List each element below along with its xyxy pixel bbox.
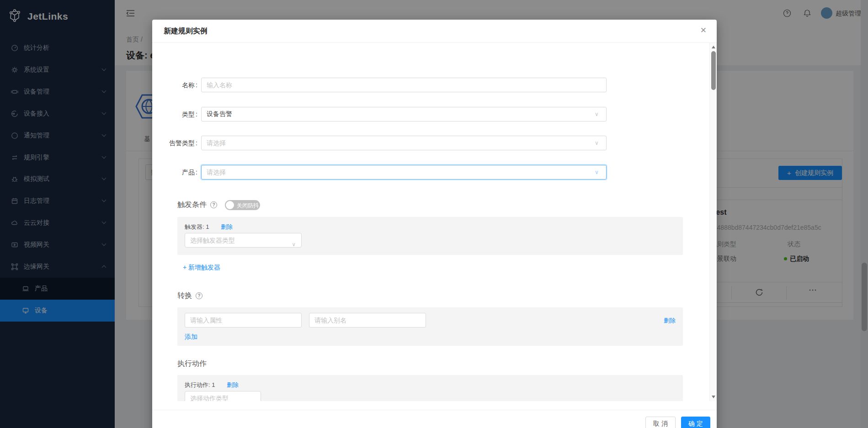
toggle-label: 关闭防抖	[237, 202, 259, 210]
name-input[interactable]	[201, 78, 607, 92]
alarm-type-select[interactable]	[201, 136, 607, 150]
transform-delete-link[interactable]: 删除	[664, 317, 676, 325]
toggle-knob	[226, 201, 234, 209]
transform-panel: 删除 添加	[177, 307, 683, 346]
app-root: JetLinks 统计分析 系统设置 设备管理 设备接入 通知管理	[0, 0, 868, 428]
modal-body: 名称 类型 ∨ 告警类型 ∨ 产品 ∨ 触发条件 ? 关闭防抖	[152, 43, 709, 401]
action-section-heading: 执行动作	[177, 359, 207, 369]
question-circle-icon[interactable]: ?	[210, 201, 217, 208]
trigger-panel: 触发器: 1 删除 选择触发器类型 ∨	[177, 217, 683, 255]
scroll-down-arrow[interactable]	[712, 396, 715, 398]
transform-add-link[interactable]: 添加	[185, 333, 197, 341]
close-icon[interactable]: ✕	[700, 26, 707, 35]
chevron-down-icon: ∨	[292, 238, 296, 251]
cancel-button[interactable]: 取 消	[645, 417, 676, 428]
trigger-item-label: 触发器: 1 删除	[185, 223, 233, 231]
trigger-delete-link[interactable]: 删除	[221, 223, 233, 230]
ok-button[interactable]: 确 定	[681, 417, 710, 428]
type-select[interactable]	[201, 107, 607, 122]
modal-scrollbar-thumb[interactable]	[711, 51, 716, 90]
name-label: 名称	[163, 78, 197, 92]
modal-scrollbar[interactable]	[709, 43, 717, 401]
trigger-section-heading: 触发条件 ?	[177, 200, 217, 210]
product-select[interactable]	[201, 165, 607, 180]
trigger-type-select[interactable]: 选择触发器类型 ∨	[185, 233, 302, 248]
plus-icon: +	[183, 264, 188, 271]
type-label: 类型	[163, 107, 197, 122]
alarm-type-label: 告警类型	[163, 136, 197, 150]
modal-title: 新建规则实例	[164, 26, 208, 36]
question-circle-icon[interactable]: ?	[196, 292, 202, 299]
anti-shake-toggle[interactable]: 关闭防抖	[225, 200, 260, 210]
transform-section-heading: 转换 ?	[177, 291, 202, 301]
new-rule-instance-modal: 新建规则实例 ✕ 名称 类型 ∨ 告警类型 ∨ 产品 ∨ 触发条件 ?	[152, 20, 717, 428]
chevron-down-icon: ∨	[251, 396, 255, 401]
product-label: 产品	[163, 165, 197, 180]
action-item-label: 执行动作: 1 删除	[185, 381, 239, 389]
action-delete-link[interactable]: 删除	[227, 381, 239, 388]
add-trigger-link[interactable]: + 新增触发器	[183, 264, 220, 272]
alias-input[interactable]	[309, 313, 426, 328]
action-type-select[interactable]: 选择动作类型 ∨	[185, 391, 261, 401]
scroll-up-arrow[interactable]	[712, 46, 715, 48]
modal-footer-divider	[152, 410, 717, 410]
action-panel: 执行动作: 1 删除 选择动作类型 ∨	[177, 375, 683, 401]
attribute-input[interactable]	[185, 313, 302, 328]
